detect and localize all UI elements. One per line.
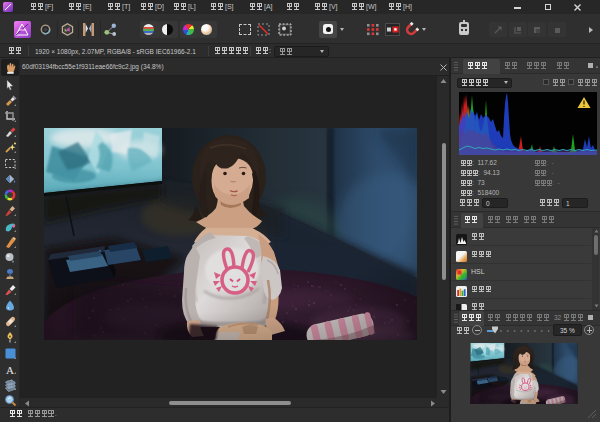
- svg-text:A: A: [6, 363, 14, 375]
